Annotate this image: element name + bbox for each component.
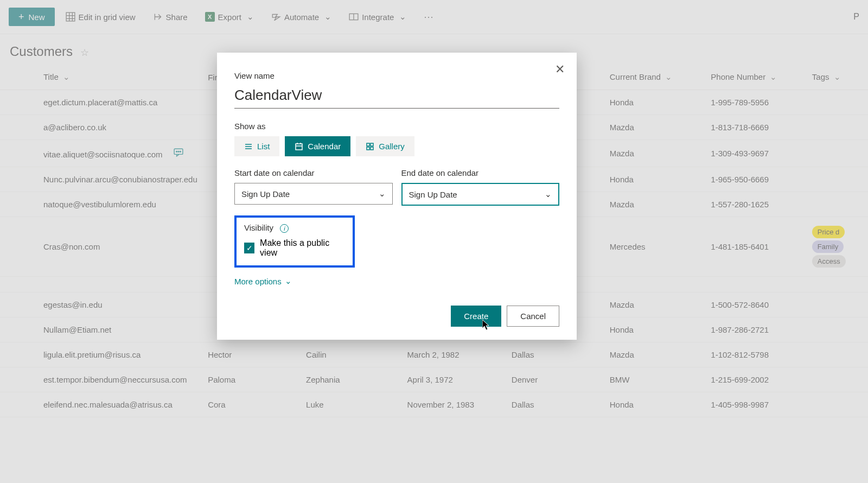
calendar-label: Calendar [308, 142, 341, 151]
more-options-label: More options [234, 277, 282, 286]
show-as-gallery-button[interactable]: Gallery [356, 136, 414, 156]
close-icon: ✕ [555, 62, 565, 76]
gallery-label: Gallery [379, 142, 405, 151]
list-icon [244, 142, 253, 151]
svg-rect-14 [296, 144, 302, 150]
end-date-select[interactable]: Sign Up Date ⌄ [401, 183, 560, 206]
show-as-row: List Calendar Gallery [234, 136, 559, 156]
start-date-value: Sign Up Date [241, 189, 290, 199]
svg-rect-19 [371, 143, 373, 146]
create-view-dialog: ✕ View name Show as List Calendar Galler… [217, 53, 577, 340]
more-options-button[interactable]: More options ⌄ [234, 276, 292, 286]
start-date-label: Start date on calendar [234, 168, 393, 177]
gallery-icon [366, 142, 374, 151]
chevron-down-icon: ⌄ [285, 276, 292, 286]
calendar-icon [295, 142, 303, 151]
start-date-select[interactable]: Sign Up Date ⌄ [234, 183, 393, 205]
end-date-value: Sign Up Date [409, 190, 457, 199]
cancel-button[interactable]: Cancel [507, 306, 559, 327]
dialog-footer: Create Cancel [234, 306, 559, 327]
chevron-down-icon: ⌄ [379, 189, 386, 199]
view-name-label: View name [234, 71, 559, 80]
close-button[interactable]: ✕ [555, 62, 565, 77]
show-as-list-button[interactable]: List [234, 136, 279, 156]
checkbox-checked-icon[interactable]: ✓ [244, 243, 254, 253]
svg-rect-20 [367, 147, 369, 150]
svg-rect-21 [371, 147, 373, 150]
visibility-label: Visibility [244, 223, 273, 232]
start-date-col: Start date on calendar Sign Up Date ⌄ [234, 168, 393, 206]
show-as-label: Show as [234, 122, 559, 131]
visibility-label-row: Visibility i [244, 223, 345, 233]
svg-rect-18 [367, 143, 369, 146]
date-row: Start date on calendar Sign Up Date ⌄ En… [234, 168, 559, 206]
view-name-input[interactable] [234, 85, 559, 109]
info-icon[interactable]: i [280, 224, 289, 233]
show-as-calendar-button[interactable]: Calendar [285, 136, 350, 156]
public-view-row[interactable]: ✓ Make this a public view [244, 238, 345, 258]
list-label: List [257, 142, 270, 151]
visibility-section: Visibility i ✓ Make this a public view [234, 215, 355, 268]
public-view-label: Make this a public view [260, 238, 345, 258]
end-date-col: End date on calendar Sign Up Date ⌄ [401, 168, 560, 206]
end-date-label: End date on calendar [401, 168, 560, 177]
create-button[interactable]: Create [451, 306, 501, 327]
chevron-down-icon: ⌄ [545, 189, 552, 199]
